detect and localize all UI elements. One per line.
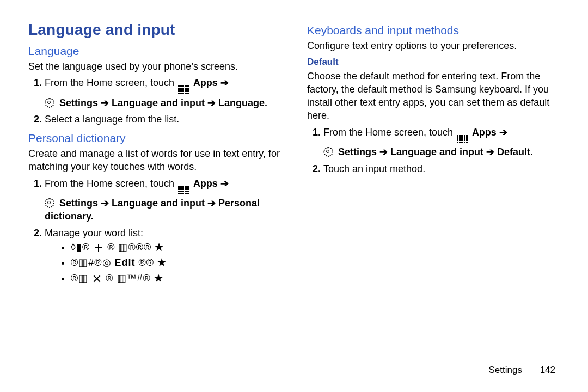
glyph-row-delete: ®▥ ® ▥™#® ★ xyxy=(71,272,281,285)
default-path: Settings ➔ Language and input ➔ Default xyxy=(338,146,530,157)
manual-page: Language and input Language Set the lang… xyxy=(0,0,588,392)
step-text: Manage your word list: xyxy=(45,228,143,238)
edit-label: Edit xyxy=(115,257,136,268)
arrow-icon: ➔ xyxy=(220,77,229,88)
settings-gear-icon xyxy=(323,147,333,157)
arrow-icon: ➔ xyxy=(499,127,507,138)
step-text: From the Home screen, touch xyxy=(45,77,177,88)
star-icon: ★ xyxy=(155,242,164,253)
language-steps: From the Home screen, touch Apps ➔ Setti… xyxy=(28,76,281,126)
personal-step-2: Manage your word list: ◊▮® ® ▥®®® ★ ®▥#®… xyxy=(45,226,281,285)
personal-intro: Create and manage a list of words for us… xyxy=(28,147,281,174)
apps-label: Apps xyxy=(193,178,218,189)
language-step-1: From the Home screen, touch Apps ➔ Setti… xyxy=(45,76,281,109)
heading-default: Default xyxy=(307,56,560,69)
settings-gear-icon xyxy=(45,198,54,208)
apps-grid-icon xyxy=(178,85,189,94)
page-footer: Settings 142 xyxy=(488,364,555,377)
glyph-text: ®▥#®◎ xyxy=(71,257,115,268)
glyph-text: ®® xyxy=(139,257,155,268)
heading-keyboards: Keyboards and input methods xyxy=(307,23,560,38)
right-column: Keyboards and input methods Configure te… xyxy=(307,20,560,289)
settings-gear-icon xyxy=(45,98,54,108)
glyph-text: ® ▥™#® xyxy=(106,273,151,284)
default-step-2: Touch an input method. xyxy=(323,162,560,175)
plus-icon xyxy=(95,244,102,252)
default-steps: From the Home screen, touch Apps ➔ Setti… xyxy=(307,126,560,175)
personal-path-line: Settings ➔ Language and input ➔ Personal… xyxy=(45,197,281,223)
glyph-row-add: ◊▮® ® ▥®®® ★ xyxy=(71,241,281,254)
apps-label: Apps xyxy=(193,77,218,88)
apps-label: Apps xyxy=(472,127,497,138)
section-title: Language and input xyxy=(28,20,281,40)
default-path-line: Settings ➔ Language and input ➔ Default. xyxy=(323,145,560,158)
page-number: 142 xyxy=(540,364,555,377)
default-step-1: From the Home screen, touch Apps ➔ Setti… xyxy=(323,126,560,159)
personal-path: Settings ➔ Language and input ➔ Personal… xyxy=(45,198,260,222)
personal-steps: From the Home screen, touch Apps ➔ Setti… xyxy=(28,177,281,285)
glyph-text: ◊▮® xyxy=(71,242,93,253)
language-intro: Set the language used by your phone’s sc… xyxy=(28,60,281,73)
keyboards-intro: Configure text entry options to your pre… xyxy=(307,39,560,52)
star-icon: ★ xyxy=(157,257,167,268)
glyph-text: ®▥ xyxy=(71,273,91,284)
step-text: From the Home screen, touch xyxy=(323,127,456,138)
arrow-icon: ➔ xyxy=(220,178,229,189)
apps-grid-icon xyxy=(457,135,468,144)
default-intro: Choose the default method for entering t… xyxy=(307,70,560,122)
heading-personal-dictionary: Personal dictionary xyxy=(28,131,281,146)
step-text: From the Home screen, touch xyxy=(45,178,177,189)
heading-language: Language xyxy=(28,44,281,59)
language-step-2: Select a language from the list. xyxy=(45,113,281,126)
wordlist-actions: ◊▮® ® ▥®®® ★ ®▥#®◎ Edit ®® ★ ®▥ xyxy=(45,241,281,285)
language-path-line: Settings ➔ Language and input ➔ Language… xyxy=(45,96,281,109)
apps-grid-icon xyxy=(178,186,189,195)
footer-section: Settings xyxy=(488,365,522,375)
personal-step-1: From the Home screen, touch Apps ➔ Setti… xyxy=(45,177,281,223)
star-icon: ★ xyxy=(154,273,163,284)
language-path: Settings ➔ Language and input ➔ Language xyxy=(59,97,265,108)
glyph-text: ® ▥®®® xyxy=(107,242,151,253)
two-column-layout: Language and input Language Set the lang… xyxy=(28,20,560,289)
delete-x-icon xyxy=(93,275,101,283)
left-column: Language and input Language Set the lang… xyxy=(28,20,281,289)
glyph-row-edit: ®▥#®◎ Edit ®® ★ xyxy=(71,256,281,269)
